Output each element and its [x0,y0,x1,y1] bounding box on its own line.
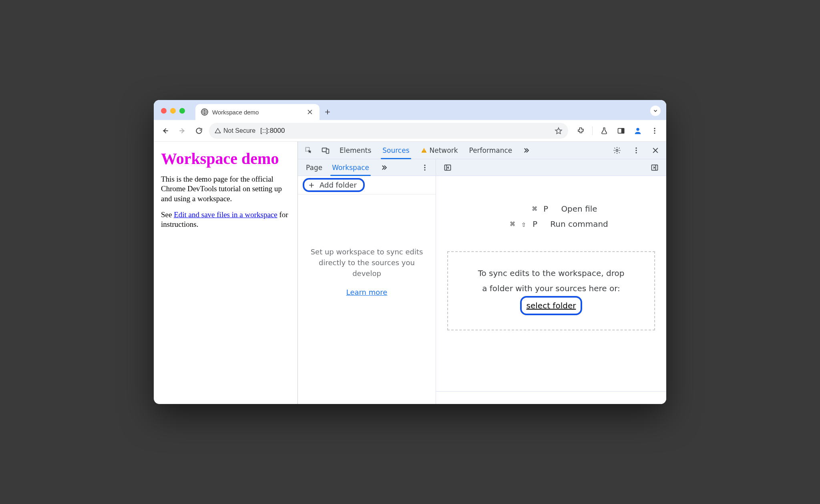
learn-more-link[interactable]: Learn more [346,287,388,298]
navigator-menu-button[interactable] [418,161,432,174]
forward-button[interactable] [175,124,189,138]
select-folder-link[interactable]: select folder [527,301,576,310]
back-button[interactable] [159,124,172,138]
tab-list-dropdown[interactable] [650,106,661,116]
page-paragraph-2: See Edit and save files in a workspace f… [161,210,290,230]
svg-point-10 [616,149,618,151]
shortcut-keys: ⌘ ⇧ P [494,219,538,229]
collapse-navigator-button[interactable] [441,161,454,174]
more-tabs-button[interactable] [519,144,533,157]
security-label: Not Secure [223,127,255,134]
security-chip[interactable]: Not Secure [215,127,255,134]
add-folder-row: Add folder [298,176,436,194]
workspace-hint: Set up workspace to sync edits directly … [298,194,436,404]
workspace-hint-text: Set up workspace to sync edits directly … [310,246,424,279]
new-tab-button[interactable] [324,108,332,116]
add-folder-button[interactable]: Add folder [303,178,365,192]
tab-performance[interactable]: Performance [465,142,516,159]
warning-icon [421,147,427,154]
page-viewport: Workspace demo This is the demo page for… [154,142,298,404]
reload-button[interactable] [192,124,206,138]
maximize-window-button[interactable] [179,108,185,114]
shortcut-open-file: ⌘ P Open file [505,204,597,214]
page-link[interactable]: Edit and save files in a workspace [174,210,277,219]
close-tab-button[interactable] [306,108,314,116]
page-paragraph-1: This is the demo page for the official C… [161,174,290,204]
add-folder-label: Add folder [320,181,357,189]
side-panel-button[interactable] [614,124,628,138]
warning-icon [215,128,221,134]
svg-point-5 [654,130,655,131]
devtools-panel: Elements Sources Network Performance [298,142,666,404]
extensions-button[interactable] [574,124,587,138]
svg-point-4 [654,128,655,129]
content-area: Workspace demo This is the demo page for… [154,142,666,404]
subtab-page[interactable]: Page [302,159,326,176]
collapse-sidebar-button[interactable] [648,161,661,174]
page-heading: Workspace demo [161,150,290,167]
window-controls [161,108,185,114]
editor-footer [436,391,666,404]
inspect-element-button[interactable] [302,144,316,157]
svg-rect-9 [326,149,329,153]
address-bar[interactable]: Not Secure [::]:8000 [209,123,568,139]
tab-elements[interactable]: Elements [336,142,375,159]
svg-point-6 [654,132,655,134]
globe-icon [201,108,208,116]
close-window-button[interactable] [161,108,167,114]
minimize-window-button[interactable] [170,108,176,114]
tab-network[interactable]: Network [417,142,462,159]
workspace-dropzone[interactable]: To sync edits to the workspace, drop a f… [447,251,655,330]
tab-title: Workspace demo [212,109,302,116]
browser-window: Workspace demo Not Secure [154,100,666,404]
tab-sources[interactable]: Sources [378,142,413,159]
profile-button[interactable] [631,124,645,138]
url-text: [::]:8000 [260,127,285,135]
navigator-more-button[interactable] [377,161,391,174]
browser-menu-button[interactable] [648,124,661,138]
editor-toolbar [436,159,666,176]
device-toolbar-button[interactable] [319,144,332,157]
labs-button[interactable] [597,124,611,138]
tab-strip: Workspace demo [154,100,666,120]
browser-tab[interactable]: Workspace demo [195,104,320,120]
toolbar-actions [574,124,661,138]
editor-shortcuts: ⌘ P Open file ⌘ ⇧ P Run command [436,204,666,229]
devtools-settings-button[interactable] [610,144,624,157]
svg-point-16 [424,169,425,170]
devtools-menu-button[interactable] [629,144,643,157]
divider [592,126,593,135]
svg-rect-2 [622,128,624,133]
devtools-main: Page Workspace Add folder [298,159,666,404]
select-folder-highlight: select folder [520,296,583,315]
devtools-close-button[interactable] [649,144,662,157]
sources-editor-area: ⌘ P Open file ⌘ ⇧ P Run command To sync … [436,159,666,404]
shortcut-label: Run command [550,219,608,229]
svg-point-12 [635,150,637,151]
sources-navigator: Page Workspace Add folder [298,159,436,404]
svg-point-3 [636,128,639,130]
shortcut-label: Open file [561,204,597,214]
navigator-tabs: Page Workspace [298,159,436,176]
toolbar: Not Secure [::]:8000 [154,120,666,142]
devtools-topbar: Elements Sources Network Performance [298,142,666,159]
svg-point-14 [424,164,425,166]
shortcut-run-command: ⌘ ⇧ P Run command [494,219,608,229]
shortcut-keys: ⌘ P [505,204,549,214]
svg-point-11 [635,147,637,148]
subtab-workspace[interactable]: Workspace [328,159,373,176]
dropzone-text-1: To sync edits to the workspace, drop [460,266,642,281]
bookmark-button[interactable] [555,127,563,135]
dropzone-text-2: a folder with your sources here or: [460,281,642,296]
svg-point-13 [635,152,637,153]
svg-point-15 [424,167,425,168]
